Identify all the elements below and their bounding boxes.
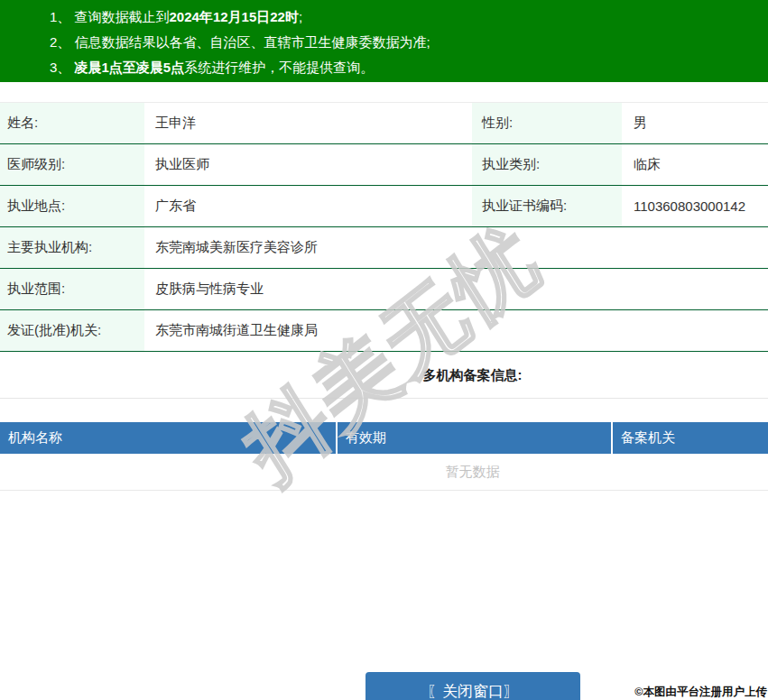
section-divider: [0, 398, 768, 399]
column-header-institution-name: 机构名称: [0, 422, 336, 454]
certificate-number-value: 110360803000142: [622, 186, 768, 226]
table-bottom-divider: [0, 490, 768, 491]
practice-scope-value: 皮肤病与性病专业: [144, 269, 768, 309]
main-institution-value: 东莞南城美新医疗美容诊所: [144, 227, 768, 268]
table-row: 发证(批准)机关: 东莞市南城街道卫生健康局: [0, 310, 768, 352]
no-data-placeholder: 暂无数据: [0, 454, 768, 490]
main-institution-label: 主要执业机构:: [0, 227, 144, 268]
name-label: 姓名:: [0, 103, 144, 143]
copyright-stamp: ©本图由平台注册用户上传: [634, 685, 767, 700]
notice-1-suffix: ;: [299, 9, 302, 24]
gender-label: 性别:: [472, 103, 622, 143]
notice-2-text: 2、 信息数据结果以各省、自治区、直辖市卫生健康委数据为准;: [50, 34, 430, 50]
notice-1-bold: 2024年12月15日22时: [170, 9, 299, 24]
notice-line-3: 3、 凌晨1点至凌晨5点系统进行维护，不能提供查询。: [50, 55, 768, 80]
certificate-number-label: 执业证书编码:: [472, 186, 622, 226]
issuing-authority-label: 发证(批准)机关:: [0, 310, 144, 351]
doctor-info-table: 姓名: 王申洋 性别: 男 医师级别: 执业医师 执业类别: 临床 执业地点: …: [0, 102, 768, 352]
notice-3-suffix: 系统进行维护，不能提供查询。: [184, 60, 374, 75]
notice-3-bold: 凌晨1点至凌晨5点: [75, 60, 185, 75]
table-row: 执业地点: 广东省 执业证书编码: 110360803000142: [0, 186, 768, 227]
issuing-authority-value: 东莞市南城街道卫生健康局: [144, 310, 768, 351]
table-row: 执业范围: 皮肤病与性病专业: [0, 269, 768, 310]
doctor-level-value: 执业医师: [144, 144, 472, 185]
practice-location-value: 广东省: [144, 186, 472, 226]
practice-category-label: 执业类别:: [472, 144, 622, 185]
notice-line-2: 2、 信息数据结果以各省、自治区、直辖市卫生健康委数据为准;: [50, 30, 768, 55]
notice-line-1: 1、 查询数据截止到2024年12月15日22时;: [50, 5, 768, 30]
doctor-level-label: 医师级别:: [0, 144, 144, 185]
license-query-result-page: 1、 查询数据截止到2024年12月15日22时; 2、 信息数据结果以各省、自…: [0, 0, 768, 700]
table-row: 医师级别: 执业医师 执业类别: 临床: [0, 144, 768, 186]
gender-value: 男: [622, 103, 768, 143]
notice-3-text: 3、: [50, 60, 75, 75]
notice-banner: 1、 查询数据截止到2024年12月15日22时; 2、 信息数据结果以各省、自…: [0, 0, 768, 82]
practice-location-label: 执业地点:: [0, 186, 144, 226]
practice-category-value: 临床: [622, 144, 768, 185]
multi-institution-heading: 多机构备案信息:: [0, 367, 768, 384]
column-header-validity-period: 有效期: [336, 422, 611, 454]
close-window-button[interactable]: 〖关闭窗口〗: [365, 672, 580, 700]
name-value: 王申洋: [144, 103, 472, 143]
table-row: 主要执业机构: 东莞南城美新医疗美容诊所: [0, 227, 768, 269]
notice-1-text: 1、 查询数据截止到: [50, 9, 170, 24]
filing-table-header: 机构名称 有效期 备案机关: [0, 422, 768, 454]
table-row: 姓名: 王申洋 性别: 男: [0, 103, 768, 144]
column-header-filing-authority: 备案机关: [611, 422, 768, 454]
practice-scope-label: 执业范围:: [0, 269, 144, 309]
